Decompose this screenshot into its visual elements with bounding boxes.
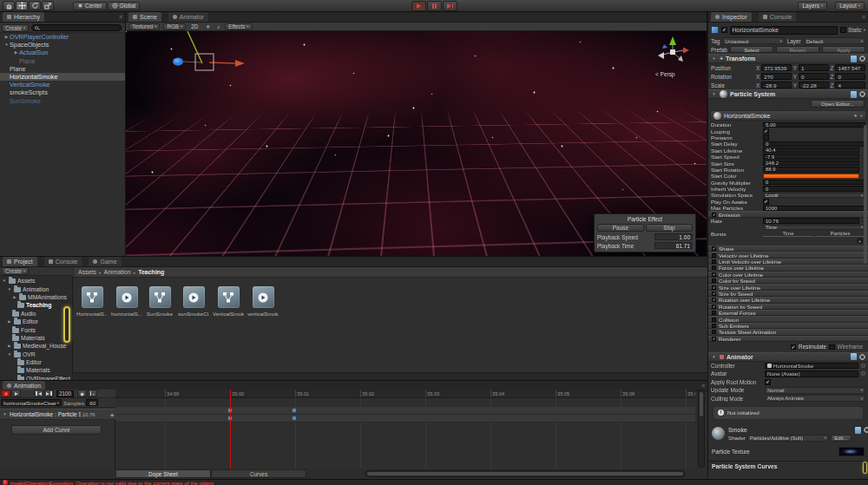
- tab-console[interactable]: Console: [44, 257, 82, 266]
- hierarchy-item[interactable]: VerticalSmoke: [0, 81, 125, 88]
- asset-item[interactable]: verticalSmok...: [247, 286, 279, 317]
- emission-module-header[interactable]: ✓Emission: [708, 211, 868, 217]
- particle-system-name-bar[interactable]: HorizontalSmoke ●+: [710, 110, 866, 121]
- expand-arrow-icon[interactable]: ▶: [7, 319, 12, 324]
- project-create-dropdown[interactable]: Create▾: [2, 267, 29, 275]
- status-bar[interactable]: ! InvalidOperationException: Operation i…: [0, 479, 868, 485]
- tag-dropdown[interactable]: Untagged▾: [722, 37, 784, 44]
- prewarm-checkbox[interactable]: [763, 134, 769, 141]
- anim-play-button[interactable]: [11, 390, 21, 397]
- persp-label[interactable]: < Persp: [655, 71, 675, 77]
- module-external-forces[interactable]: External Forces: [708, 310, 868, 316]
- rotation-x-field[interactable]: 270: [761, 73, 792, 80]
- next-keyframe-button[interactable]: [44, 390, 54, 397]
- module-force[interactable]: Force over Lifetime: [708, 265, 868, 271]
- folder-item[interactable]: Fonts: [0, 325, 72, 333]
- frame-field[interactable]: 2100: [56, 390, 74, 397]
- gravity-field[interactable]: 0: [763, 180, 865, 185]
- module-checkbox[interactable]: ✓: [712, 213, 716, 217]
- hierarchy-item-selected[interactable]: HorizontalSmoke: [0, 73, 125, 81]
- tab-scene[interactable]: Scene: [128, 12, 161, 22]
- panel-menu-icon[interactable]: ≡: [119, 14, 122, 20]
- keyframe-track[interactable]: [115, 415, 695, 423]
- particle-system-curves-header[interactable]: Particle System Curves: [708, 461, 868, 471]
- module-velocity[interactable]: Velocity over Lifetime: [708, 252, 868, 258]
- panel-menu-icon[interactable]: ≡: [701, 383, 705, 389]
- transform-header[interactable]: ▼ + Transform: [708, 54, 868, 63]
- module-size-over-lifetime[interactable]: ✓Size over Lifetime: [708, 284, 868, 290]
- dope-sheet-tab[interactable]: Dope Sheet: [115, 469, 211, 478]
- help-icon[interactable]: [851, 91, 857, 98]
- asset-item[interactable]: horizontalS...: [111, 286, 142, 317]
- asset-item[interactable]: HorizontalS...: [76, 286, 108, 317]
- record-button[interactable]: [1, 390, 10, 397]
- inspector-scrollbar-highlight[interactable]: [863, 462, 867, 474]
- expand-arrow-icon[interactable]: ▶: [7, 344, 12, 348]
- asset-item[interactable]: SunSmoke: [144, 286, 175, 317]
- help-icon[interactable]: [851, 353, 857, 360]
- asset-item[interactable]: sunSmokeCl...: [178, 286, 209, 317]
- collapse-arrow-icon[interactable]: ▼: [3, 43, 10, 47]
- texture-thumbnail[interactable]: [838, 447, 865, 456]
- looping-checkbox[interactable]: ✓: [763, 128, 769, 134]
- 2d-toggle[interactable]: 2D: [189, 23, 200, 30]
- module-shape[interactable]: ✓Shape: [708, 246, 868, 252]
- collapse-arrow-icon[interactable]: ▼: [2, 412, 8, 416]
- folder-item[interactable]: ▼OVR: [0, 351, 72, 358]
- folder-item[interactable]: Editor: [0, 358, 72, 366]
- prefab-apply-button[interactable]: Apply: [822, 46, 865, 54]
- prefab-revert-button[interactable]: Revert: [776, 46, 819, 54]
- keyframe-dot[interactable]: [293, 409, 296, 412]
- collapse-arrow-icon[interactable]: ▼: [711, 92, 717, 96]
- active-checkbox[interactable]: ✓: [721, 27, 727, 33]
- module-rotation-by-speed[interactable]: ✓Rotation by Speed: [708, 304, 868, 310]
- create-dropdown[interactable]: Create▾: [2, 24, 29, 32]
- folder-item[interactable]: Materials: [0, 366, 72, 374]
- expand-arrow-icon[interactable]: ▶: [13, 50, 19, 55]
- tab-animator[interactable]: Animator: [168, 12, 208, 22]
- folder-item[interactable]: ▶Editor: [0, 318, 72, 325]
- collapse-arrow-icon[interactable]: ▼: [711, 355, 717, 359]
- resimulate-checkbox[interactable]: ✓: [791, 344, 797, 351]
- scale-z-field[interactable]: 4: [835, 82, 865, 88]
- eye-icon[interactable]: ●: [854, 113, 858, 118]
- stop-particles-button[interactable]: Stop: [646, 224, 693, 232]
- hierarchy-item[interactable]: SunSmoke: [0, 97, 125, 105]
- animator-header[interactable]: ▼ Animator: [708, 352, 868, 362]
- collapse-arrow-icon[interactable]: ▼: [2, 279, 7, 283]
- step-button[interactable]: [443, 1, 457, 11]
- module-collision[interactable]: Collision: [708, 316, 868, 322]
- hierarchy-item[interactable]: Plane: [0, 57, 125, 65]
- inspector-scrollbar[interactable]: [864, 125, 867, 264]
- samples-field[interactable]: 60: [86, 399, 98, 406]
- root-motion-checkbox[interactable]: ✓: [765, 379, 771, 385]
- start-rotation-field[interactable]: 88.9: [763, 167, 859, 172]
- gear-icon[interactable]: [859, 354, 865, 360]
- breadcrumb-assets[interactable]: Assets: [78, 269, 96, 275]
- hierarchy-item[interactable]: ▶OVRPlayerController: [0, 33, 125, 41]
- scale-tool-button[interactable]: [42, 1, 54, 10]
- prev-keyframe-button[interactable]: [34, 390, 43, 397]
- name-field[interactable]: HorizontalSmoke: [730, 26, 838, 35]
- collapse-arrow-icon[interactable]: ▼: [7, 352, 12, 357]
- hierarchy-item[interactable]: smokeScripts: [0, 88, 125, 96]
- hand-tool-button[interactable]: [3, 1, 15, 10]
- expand-arrow-icon[interactable]: ▶: [3, 35, 10, 39]
- rotation-z-field[interactable]: 0: [835, 73, 865, 80]
- tab-inspector[interactable]: Inspector: [711, 12, 752, 22]
- playhead[interactable]: [230, 390, 231, 469]
- hierarchy-item[interactable]: ▼SpaceObjects: [0, 41, 125, 49]
- tab-console[interactable]: Console: [759, 12, 797, 22]
- controller-object-field[interactable]: HorizontalSmoke: [765, 363, 858, 370]
- orientation-gizmo[interactable]: < Persp: [647, 33, 702, 85]
- start-delay-field[interactable]: 0: [763, 141, 865, 147]
- add-curve-button[interactable]: Add Curve: [11, 425, 102, 435]
- module-rotation-over-lifetime[interactable]: ✓Rotation over Lifetime: [708, 297, 868, 303]
- timeline-v-scrollbar[interactable]: [698, 390, 705, 468]
- folder-item[interactable]: ▼Animation: [0, 285, 72, 292]
- rotate-tool-button[interactable]: [29, 1, 41, 10]
- pause-button[interactable]: [427, 1, 442, 11]
- module-texture-sheet[interactable]: Texture Sheet Animation: [708, 329, 868, 335]
- curves-tab[interactable]: Curves: [211, 469, 306, 478]
- rotation-y-field[interactable]: 0: [799, 73, 829, 80]
